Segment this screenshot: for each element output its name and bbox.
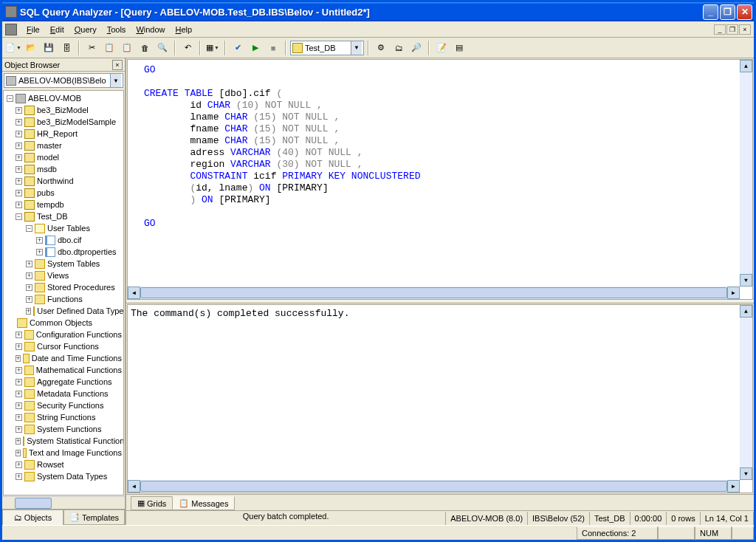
scroll-down-button[interactable]: ▼ <box>740 274 752 287</box>
tree-folder[interactable]: +System Data Types <box>5 470 122 482</box>
tree-folder[interactable]: +Stored Procedures <box>5 281 122 293</box>
menu-edit[interactable]: Edit <box>45 24 69 35</box>
tab-grids[interactable]: ▦Grids <box>131 496 173 510</box>
titlebar-text: SQL Query Analyzer - [Query - ABELOV-MOB… <box>20 7 703 18</box>
tree-folder[interactable]: +System Tables <box>5 258 122 270</box>
tree-folder[interactable]: +Configuration Functions <box>5 329 122 340</box>
tree-folder[interactable]: +String Functions <box>5 411 122 423</box>
tree-db[interactable]: +master <box>5 140 122 151</box>
table-icon <box>45 247 55 257</box>
tree-folder[interactable]: +Rowset <box>5 459 122 470</box>
tree-folder[interactable]: +System Functions <box>5 423 122 435</box>
status-num: NUM <box>695 526 732 540</box>
clear-button[interactable]: 🗑 <box>137 40 153 56</box>
options-button[interactable]: 📝 <box>433 40 450 56</box>
results-mode-button[interactable]: ▦▼ <box>205 40 221 56</box>
save-all-button[interactable]: 🗄 <box>58 40 75 56</box>
folder-icon <box>24 413 35 422</box>
new-query-button[interactable]: 📄▼ <box>5 40 21 56</box>
query-statusbar: Query batch completed. ABELOV-MOB (8.0) … <box>126 510 754 525</box>
folder-icon <box>23 448 27 458</box>
minimize-button[interactable]: _ <box>703 4 718 20</box>
tab-objects[interactable]: 🗂Objects <box>2 510 63 525</box>
menubar: File Edit Query Tools Window Help _ ❐ × <box>2 21 754 38</box>
tree-table[interactable]: +dbo.dtproperties <box>5 246 122 258</box>
cut-button[interactable]: ✂ <box>83 40 100 56</box>
maximize-button[interactable]: ❐ <box>720 4 735 20</box>
object-tree[interactable]: −ABELOV-MOB +be3_BizModel +be3_BizModelS… <box>3 90 124 495</box>
titlebar[interactable]: SQL Query Analyzer - [Query - ABELOV-MOB… <box>2 2 754 21</box>
undo-button[interactable]: ↶ <box>179 40 196 56</box>
menu-help[interactable]: Help <box>171 24 198 35</box>
tab-messages[interactable]: 📋Messages <box>172 496 235 510</box>
object-browser-button[interactable]: 🗂 <box>391 40 407 56</box>
mdi-minimize-button[interactable]: _ <box>714 24 726 35</box>
scroll-up-button[interactable]: ▲ <box>740 60 752 72</box>
execute-button[interactable]: ▶ <box>247 40 264 56</box>
tree-db[interactable]: +Northwind <box>5 175 122 187</box>
tree-db[interactable]: +tempdb <box>5 199 122 210</box>
editor-results-splitter[interactable] <box>126 301 754 303</box>
scroll-down-button[interactable]: ▼ <box>740 467 752 480</box>
results-pane[interactable]: The command(s) completed successfully. ▲… <box>127 304 753 493</box>
object-search-button[interactable]: 🔎 <box>408 40 425 56</box>
tree-server[interactable]: −ABELOV-MOB <box>5 92 122 104</box>
server-combo[interactable]: ABELOV-MOB(IBS\Belo ▼ <box>4 73 123 88</box>
tree-common[interactable]: Common Objects <box>5 317 122 329</box>
mdi-restore-button[interactable]: ❐ <box>726 24 738 35</box>
tree-hscrollbar[interactable] <box>2 496 125 509</box>
tree-db[interactable]: +be3_BizModelSample <box>5 116 122 128</box>
editor-hscrollbar[interactable]: ◀ ▶ <box>128 287 740 299</box>
menu-query[interactable]: Query <box>69 24 102 35</box>
tree-folder[interactable]: +Metadata Functions <box>5 388 122 399</box>
tree-db[interactable]: +be3_BizModel <box>5 104 122 116</box>
tree-folder[interactable]: +Text and Image Functions <box>5 447 122 459</box>
estimated-plan-button[interactable]: ⚙ <box>373 40 389 56</box>
tree-folder[interactable]: +Date and Time Functions <box>5 352 122 364</box>
tree-folder[interactable]: +User Defined Data Types <box>5 305 122 317</box>
stop-button[interactable]: ■ <box>265 40 281 56</box>
scroll-left-button[interactable]: ◀ <box>128 287 140 299</box>
tab-templates[interactable]: 📑Templates <box>63 510 125 525</box>
sql-editor[interactable]: GO CREATE TABLE [dbo].cif ( id CHAR (10)… <box>127 59 753 300</box>
menu-tools[interactable]: Tools <box>102 24 131 35</box>
tree-folder[interactable]: +Views <box>5 270 122 281</box>
server-icon <box>6 76 16 86</box>
tree-db[interactable]: +msdb <box>5 163 122 175</box>
sql-editor-content[interactable]: GO CREATE TABLE [dbo].cif ( id CHAR (10)… <box>128 60 752 234</box>
parse-button[interactable]: ✔ <box>230 40 246 56</box>
save-button[interactable]: 💾 <box>41 40 57 56</box>
scroll-right-button[interactable]: ▶ <box>727 480 740 493</box>
editor-vscrollbar[interactable]: ▲ ▼ <box>740 60 752 287</box>
status-server: ABELOV-MOB (8.0) <box>446 512 528 525</box>
open-button[interactable]: 📂 <box>23 40 39 56</box>
close-button[interactable]: ✕ <box>737 4 752 20</box>
tree-user-tables[interactable]: −User Tables <box>5 222 122 234</box>
folder-icon <box>24 330 34 340</box>
tree-db-test[interactable]: −Test_DB <box>5 210 122 222</box>
object-browser-close-button[interactable]: × <box>112 60 123 70</box>
tree-db[interactable]: +HR_Report <box>5 128 122 140</box>
tree-folder[interactable]: +System Statistical Functions <box>5 435 122 447</box>
paste-button[interactable]: 📋 <box>119 40 135 56</box>
scroll-up-button[interactable]: ▲ <box>740 305 752 318</box>
scroll-left-button[interactable]: ◀ <box>128 480 140 493</box>
database-combo[interactable]: Test_DB ▼ <box>290 41 364 55</box>
tree-folder[interactable]: +Security Functions <box>5 399 122 411</box>
results-vscrollbar[interactable]: ▲ ▼ <box>740 305 752 480</box>
tree-db[interactable]: +pubs <box>5 187 122 199</box>
show-results-button[interactable]: ▤ <box>451 40 467 56</box>
mdi-close-button[interactable]: × <box>739 24 751 35</box>
tree-folder[interactable]: +Aggregate Functions <box>5 376 122 388</box>
menu-file[interactable]: File <box>21 24 45 35</box>
tree-folder[interactable]: +Cursor Functions <box>5 340 122 352</box>
results-hscrollbar[interactable]: ◀ ▶ <box>128 480 740 493</box>
tree-folder[interactable]: +Functions <box>5 293 122 305</box>
find-button[interactable]: 🔍 <box>154 40 171 56</box>
menu-window[interactable]: Window <box>131 24 170 35</box>
copy-button[interactable]: 📋 <box>101 40 117 56</box>
tree-db[interactable]: +model <box>5 151 122 163</box>
scroll-right-button[interactable]: ▶ <box>727 287 740 299</box>
tree-folder[interactable]: +Mathematical Functions <box>5 364 122 376</box>
tree-table[interactable]: +dbo.cif <box>5 234 122 246</box>
